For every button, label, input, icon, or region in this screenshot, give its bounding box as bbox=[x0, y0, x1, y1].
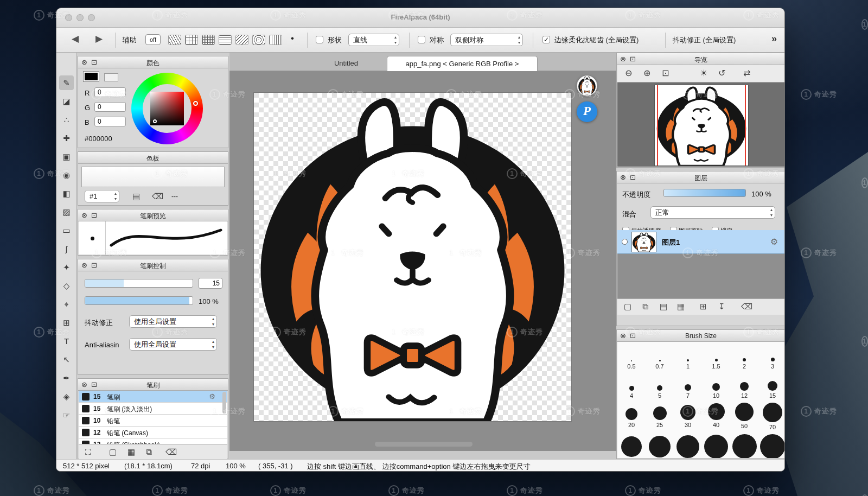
g-value-input[interactable] bbox=[94, 102, 126, 112]
brush-size-option[interactable]: 2 bbox=[730, 344, 758, 373]
tool-operation-icon[interactable]: ↖ bbox=[59, 352, 74, 367]
assist-off-button[interactable]: off bbox=[145, 34, 161, 45]
gear-icon[interactable]: ⚙ bbox=[770, 237, 778, 247]
snap-grid-icon[interactable] bbox=[202, 35, 215, 45]
layer-trash-icon[interactable]: ⌫ bbox=[741, 302, 752, 311]
brush-size-option[interactable]: 30 bbox=[674, 403, 702, 432]
undo-icon[interactable]: ◀ bbox=[72, 33, 79, 44]
tool-eraser-icon[interactable]: ◪ bbox=[59, 94, 74, 109]
sv-picker-icon[interactable] bbox=[153, 119, 157, 123]
color-wheel[interactable] bbox=[131, 73, 203, 144]
secondary-color-swatch[interactable] bbox=[104, 73, 118, 81]
brush-save-icon[interactable]: ⛶ bbox=[85, 447, 91, 457]
tool-gradient-icon[interactable]: ▨ bbox=[59, 205, 74, 219]
brush-size-option[interactable]: 1.5 bbox=[702, 344, 730, 373]
brush-list-item[interactable]: 15 笔刷 ⚙ bbox=[79, 391, 227, 403]
tab-untitled[interactable]: Untitled bbox=[311, 59, 381, 67]
tool-lasso-icon[interactable]: ʃ bbox=[59, 241, 74, 256]
brush-size-input[interactable] bbox=[199, 278, 222, 289]
palette-trash-icon[interactable]: ⌫ bbox=[152, 192, 163, 201]
brush-folder-icon[interactable]: ▦ bbox=[127, 447, 135, 457]
brush-size-option[interactable]: 12 bbox=[730, 373, 758, 403]
tool-magic-wand-icon[interactable]: ✦ bbox=[59, 260, 74, 275]
antialias-checkbox[interactable]: ✓ bbox=[542, 36, 550, 43]
layer-new-icon[interactable]: ▢ bbox=[624, 302, 631, 311]
brush-size-option[interactable]: 70 bbox=[758, 403, 784, 432]
brush-new-icon[interactable]: ▢ bbox=[109, 447, 117, 457]
brush-size-option[interactable]: 40 bbox=[702, 403, 730, 432]
layer-folder-icon[interactable]: ▦ bbox=[677, 302, 685, 311]
brush-list-item[interactable]: 12 铅笔 (Canvas) bbox=[79, 427, 227, 438]
snap-dot-icon[interactable]: • bbox=[291, 33, 294, 44]
shape-checkbox[interactable] bbox=[316, 36, 323, 43]
layer-merge-icon[interactable]: ⊞ bbox=[700, 302, 707, 311]
tool-select-move-icon[interactable]: ⊞ bbox=[59, 315, 74, 330]
brush-size-option[interactable]: 4 bbox=[617, 373, 646, 403]
snap-diagonal-icon[interactable] bbox=[235, 35, 248, 45]
flip-icon[interactable]: ⇄ bbox=[743, 68, 750, 78]
palette-select[interactable]: #1 bbox=[85, 190, 119, 202]
brush-list-item[interactable]: 15 笔刷 (淡入淡出) bbox=[79, 403, 227, 415]
firealpaca-avatar-button[interactable] bbox=[577, 75, 597, 96]
zoom-in-icon[interactable]: ⊕ bbox=[643, 68, 650, 78]
p-badge-button[interactable]: P bbox=[577, 101, 597, 122]
rotate-icon[interactable]: ↺ bbox=[718, 68, 725, 78]
brush-size-option[interactable]: 7 bbox=[674, 373, 702, 403]
brush-size-option[interactable] bbox=[646, 434, 674, 458]
tool-hand-icon[interactable]: ☞ bbox=[59, 408, 74, 422]
navigator-thumbnail[interactable] bbox=[655, 85, 748, 166]
shape-select[interactable]: 直线 bbox=[348, 34, 399, 46]
palette-swatch-grid[interactable] bbox=[81, 167, 225, 187]
r-value-input[interactable] bbox=[94, 87, 126, 97]
brush-opacity-slider[interactable] bbox=[85, 296, 193, 305]
tool-select-pen-icon[interactable]: ⌖ bbox=[59, 297, 74, 311]
navigator-view[interactable] bbox=[617, 82, 784, 167]
canvas-viewport[interactable]: P bbox=[229, 71, 616, 451]
tool-move-icon[interactable]: ✚ bbox=[59, 131, 74, 145]
snap-horizontal-icon[interactable] bbox=[219, 35, 232, 45]
primary-color-swatch[interactable] bbox=[84, 72, 99, 81]
toolbar-overflow-icon[interactable]: » bbox=[771, 33, 777, 44]
brush-size-option[interactable]: 25 bbox=[646, 403, 674, 432]
brush-size-option[interactable] bbox=[702, 434, 730, 458]
brush-size-option[interactable]: 0.7 bbox=[646, 344, 674, 373]
brush-size-slider[interactable] bbox=[85, 279, 193, 288]
b-value-input[interactable] bbox=[94, 117, 126, 126]
brush-list-item[interactable]: 12 铅笔 (Sketchbook) bbox=[79, 438, 227, 444]
blend-mode-select[interactable]: 正常 bbox=[650, 206, 775, 219]
brush-copy-icon[interactable]: ⧉ bbox=[146, 447, 152, 457]
redo-icon[interactable]: ▶ bbox=[95, 33, 103, 44]
zoom-out-icon[interactable]: ⊖ bbox=[625, 68, 632, 78]
symmetry-checkbox[interactable] bbox=[418, 36, 425, 43]
tool-dot-icon[interactable]: ∴ bbox=[59, 112, 74, 127]
brush-size-option[interactable] bbox=[758, 434, 784, 458]
brush-size-option[interactable]: 15 bbox=[758, 373, 784, 403]
brush-size-option[interactable]: 50 bbox=[730, 403, 758, 432]
antialias-select[interactable]: 使用全局设置 bbox=[129, 338, 217, 351]
tool-brush-icon[interactable]: ✎ bbox=[59, 75, 74, 90]
layer-row[interactable]: 图层1 ⚙ bbox=[617, 230, 784, 254]
brush-size-option[interactable]: 20 bbox=[617, 403, 646, 432]
brush-trash-icon[interactable]: ⌫ bbox=[165, 447, 177, 457]
zoom-fit-icon[interactable]: ⊡ bbox=[662, 68, 669, 78]
tool-select-rect-icon[interactable]: ▭ bbox=[59, 223, 74, 238]
horizontal-scrollbar[interactable] bbox=[375, 442, 473, 447]
brush-size-option[interactable] bbox=[674, 434, 702, 458]
layer-visibility-icon[interactable] bbox=[622, 239, 628, 245]
jitter-select[interactable]: 使用全局设置 bbox=[129, 315, 217, 328]
brush-size-option[interactable]: 10 bbox=[702, 373, 730, 403]
document-canvas[interactable] bbox=[254, 93, 571, 421]
layer-download-icon[interactable]: ↧ bbox=[718, 302, 725, 311]
gear-icon[interactable]: ⚙ bbox=[209, 392, 215, 400]
brush-list-scrollbar[interactable] bbox=[222, 392, 226, 414]
brush-size-option[interactable] bbox=[617, 434, 646, 458]
brush-size-option[interactable]: 5 bbox=[646, 373, 674, 403]
palette-page-icon[interactable]: ▤ bbox=[132, 192, 140, 201]
tool-fill-icon[interactable]: ▣ bbox=[59, 149, 74, 164]
hue-picker-icon[interactable] bbox=[193, 101, 198, 106]
snap-parallel-icon[interactable] bbox=[168, 35, 181, 45]
snap-concentric-icon[interactable] bbox=[252, 35, 265, 45]
title-bar[interactable]: FireAlpaca (64bit) bbox=[56, 8, 784, 28]
tool-polygon-icon[interactable]: ◇ bbox=[59, 278, 74, 293]
brush-size-option[interactable]: 3 bbox=[758, 344, 784, 373]
